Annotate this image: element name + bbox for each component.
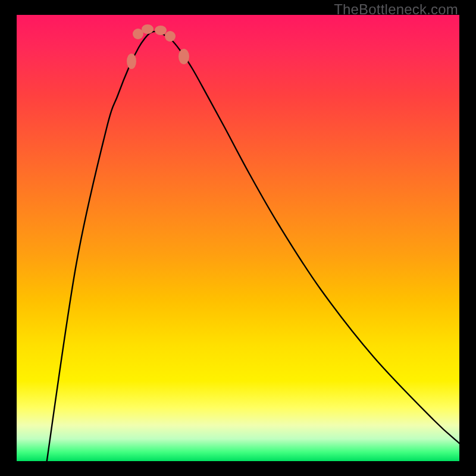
chart-container: TheBottleneck.com — [0, 0, 476, 476]
bottleneck-curve — [46, 32, 459, 461]
curve-marker — [155, 26, 167, 35]
curve-marker — [142, 24, 154, 34]
curve-marker — [127, 54, 136, 69]
curve-svg — [17, 15, 459, 461]
curve-marker — [178, 49, 189, 64]
markers-group — [127, 24, 189, 69]
plot-area — [17, 15, 459, 461]
curve-marker — [165, 31, 176, 42]
